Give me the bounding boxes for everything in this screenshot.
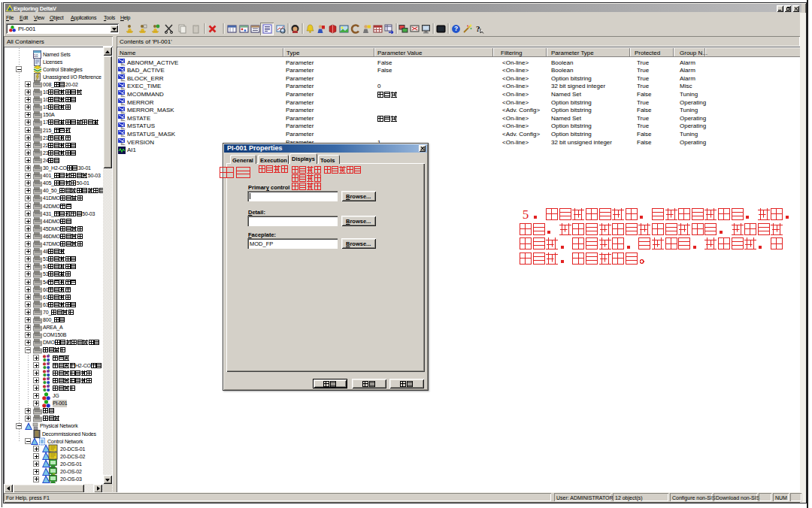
svg-text:?: ? bbox=[476, 24, 480, 33]
svg-text:?: ? bbox=[454, 25, 458, 32]
svg-text:10: 10 bbox=[34, 53, 38, 58]
